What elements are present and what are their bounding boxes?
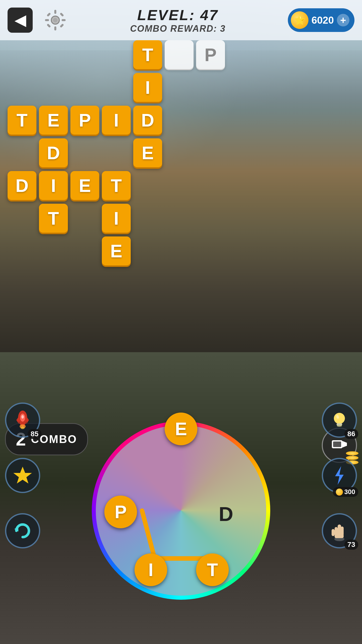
wheel-letter-I[interactable]: I bbox=[134, 553, 167, 586]
back-icon: ◀ bbox=[15, 12, 26, 28]
tile-I-1-4: I bbox=[39, 171, 68, 200]
rocket-button[interactable]: 85 bbox=[5, 403, 40, 438]
tile-D-0-4: D bbox=[8, 171, 36, 200]
wheel-letter-E[interactable]: E bbox=[165, 413, 197, 445]
lightbulb-icon bbox=[328, 409, 351, 431]
coin-icon-small bbox=[336, 489, 343, 496]
rocket-icon bbox=[11, 409, 34, 431]
svg-rect-3 bbox=[45, 19, 49, 21]
tile-T-1-5: T bbox=[39, 204, 68, 233]
svg-rect-7 bbox=[47, 24, 51, 28]
svg-point-26 bbox=[334, 413, 345, 424]
svg-marker-12 bbox=[342, 441, 347, 448]
tile-E-1-2: E bbox=[39, 106, 68, 135]
svg-rect-6 bbox=[60, 13, 64, 17]
gear-icon bbox=[44, 9, 67, 31]
svg-rect-1 bbox=[54, 10, 56, 14]
settings-button[interactable] bbox=[43, 8, 68, 33]
add-coins-button[interactable]: + bbox=[337, 14, 349, 26]
svg-point-19 bbox=[21, 415, 24, 419]
hint-button[interactable]: 86 bbox=[322, 403, 357, 438]
wheel-letter-P[interactable]: P bbox=[104, 496, 137, 528]
star-button[interactable] bbox=[5, 458, 40, 493]
wheel-letter-D[interactable]: D bbox=[219, 503, 233, 526]
svg-marker-31 bbox=[335, 466, 344, 485]
tile-I-3-5: I bbox=[102, 204, 131, 233]
svg-marker-24 bbox=[13, 467, 32, 484]
finger-icon bbox=[328, 519, 351, 542]
rocket-badge: 85 bbox=[28, 429, 41, 439]
svg-rect-5 bbox=[47, 13, 51, 17]
svg-marker-20 bbox=[16, 416, 19, 424]
video-icon bbox=[331, 436, 348, 454]
svg-rect-13 bbox=[333, 441, 341, 447]
coin-display: ⭐ 6020 + bbox=[288, 8, 354, 32]
lightning-button[interactable]: 300 bbox=[322, 458, 357, 493]
hint-badge: 86 bbox=[344, 429, 358, 439]
svg-point-23 bbox=[21, 427, 25, 429]
header-center: LEVEL: 47 COMBO REWARD: 3 bbox=[68, 7, 288, 34]
game-container: ◀ bbox=[0, 0, 362, 644]
svg-point-29 bbox=[337, 425, 342, 427]
svg-rect-37 bbox=[335, 534, 344, 538]
finger-button[interactable]: 73 bbox=[322, 513, 357, 548]
svg-rect-8 bbox=[60, 24, 64, 28]
tile-E-4-3: E bbox=[133, 138, 162, 167]
svg-rect-4 bbox=[62, 19, 66, 21]
tile-E-2-4: E bbox=[70, 171, 99, 200]
scenery bbox=[0, 50, 362, 352]
combo-reward-display: COMBO REWARD: 3 bbox=[68, 23, 288, 34]
tile-I-3-2: I bbox=[102, 106, 131, 135]
svg-point-10 bbox=[53, 18, 58, 22]
header: ◀ bbox=[0, 0, 362, 40]
lightning-badge: 300 bbox=[333, 487, 358, 497]
tile-T-4-0: T bbox=[133, 40, 162, 69]
tile-empty-5-0 bbox=[165, 40, 194, 69]
lightning-icon bbox=[328, 464, 351, 487]
back-button[interactable]: ◀ bbox=[8, 8, 33, 33]
wheel-letter-T[interactable]: T bbox=[196, 553, 229, 586]
star-icon bbox=[11, 464, 34, 487]
tile-E-3-6: E bbox=[102, 236, 131, 265]
tile-D-4-2: D bbox=[133, 106, 162, 135]
svg-rect-36 bbox=[332, 529, 335, 536]
refresh-button[interactable] bbox=[5, 513, 40, 548]
header-left: ◀ bbox=[8, 8, 68, 33]
tile-I-4-1: I bbox=[133, 73, 162, 102]
tile-T-0-2: T bbox=[8, 106, 36, 135]
finger-badge: 73 bbox=[344, 540, 358, 550]
refresh-icon bbox=[11, 519, 34, 542]
tile-P-2-2: P bbox=[70, 106, 99, 135]
letter-P: P bbox=[196, 40, 225, 69]
tile-D-1-3: D bbox=[39, 138, 68, 167]
tile-T-3-4: T bbox=[102, 171, 131, 200]
tile-P-6-0: P bbox=[196, 40, 225, 69]
coin-count: 6020 bbox=[311, 15, 334, 26]
coin-icon: ⭐ bbox=[291, 11, 308, 29]
svg-marker-21 bbox=[26, 416, 29, 424]
level-display: LEVEL: 47 bbox=[68, 7, 288, 23]
svg-rect-2 bbox=[54, 26, 56, 30]
